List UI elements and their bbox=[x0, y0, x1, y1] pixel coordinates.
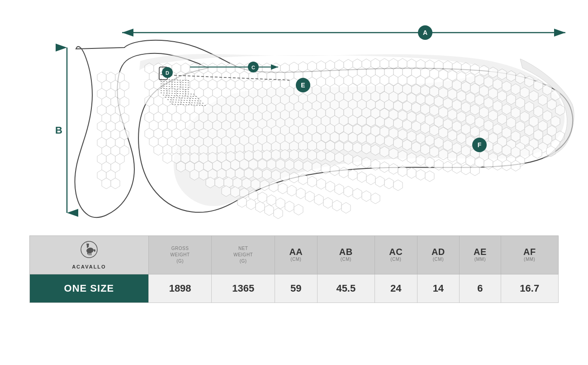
svg-rect-38 bbox=[90, 252, 91, 255]
aa-value: 59 bbox=[275, 274, 318, 303]
svg-text:B: B bbox=[55, 125, 62, 136]
svg-text:E: E bbox=[301, 82, 305, 89]
ab-value: 45.5 bbox=[317, 274, 375, 303]
svg-rect-37 bbox=[89, 252, 90, 255]
header-ae: AE (MM) bbox=[460, 236, 501, 274]
page-container: A B bbox=[0, 0, 588, 365]
header-af: AF (MM) bbox=[501, 236, 558, 274]
acavallo-logo-icon bbox=[78, 240, 100, 262]
specs-table: ACAVALLO GROSS WEIGHT (G) NET WEIGHT (G) bbox=[29, 235, 559, 303]
header-aa: AA (CM) bbox=[275, 236, 318, 274]
header-net-weight: NET WEIGHT (G) bbox=[212, 236, 275, 274]
svg-point-35 bbox=[86, 247, 95, 254]
table-area: ACAVALLO GROSS WEIGHT (G) NET WEIGHT (G) bbox=[29, 235, 559, 303]
svg-point-36 bbox=[86, 243, 89, 246]
brand-name: ACAVALLO bbox=[72, 264, 106, 269]
diagram-area: A B bbox=[0, 0, 588, 231]
af-value: 16.7 bbox=[501, 274, 558, 303]
ad-value: 14 bbox=[417, 274, 460, 303]
svg-text:C: C bbox=[251, 65, 255, 70]
size-cell: ONE SIZE bbox=[30, 274, 149, 303]
header-logo-cell: ACAVALLO bbox=[30, 236, 149, 274]
header-ac: AC (CM) bbox=[375, 236, 417, 274]
table-row: ONE SIZE 1898 1365 59 45.5 24 14 6 16.7 bbox=[30, 274, 559, 303]
header-ad: AD (CM) bbox=[417, 236, 460, 274]
svg-text:A: A bbox=[423, 29, 427, 36]
ac-value: 24 bbox=[375, 274, 417, 303]
net-weight-value: 1365 bbox=[212, 274, 275, 303]
svg-rect-39 bbox=[87, 252, 88, 255]
ae-value: 6 bbox=[460, 274, 501, 303]
header-gross-weight: GROSS WEIGHT (G) bbox=[148, 236, 212, 274]
header-ab: AB (CM) bbox=[317, 236, 375, 274]
svg-text:D: D bbox=[166, 70, 169, 76]
svg-text:F: F bbox=[478, 141, 482, 149]
gross-weight-value: 1898 bbox=[148, 274, 212, 303]
